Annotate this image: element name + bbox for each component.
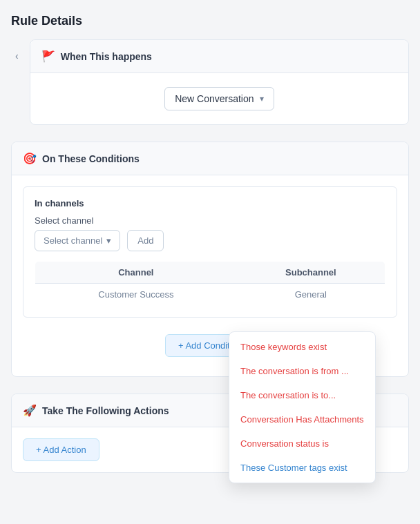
- dropdown-menu-item[interactable]: Those keywords exist: [229, 335, 374, 359]
- conditions-body: In channels Select channel Select channe…: [12, 175, 408, 376]
- channel-dropdown-label: Select channel: [44, 235, 102, 246]
- channel-dropdown[interactable]: Select channel ▾: [35, 230, 120, 251]
- collapse-icon: ‹: [15, 50, 19, 61]
- subchannel-col-header: Subchannel: [237, 262, 385, 284]
- conditions-title: On These Conditions: [42, 153, 140, 164]
- conditions-header: 🎯 On These Conditions: [12, 142, 408, 175]
- conditions-icon: 🎯: [23, 152, 37, 165]
- flag-icon: 🚩: [41, 50, 55, 63]
- page-title: Rule Details: [11, 14, 409, 28]
- when-title: When This happens: [61, 51, 152, 62]
- trigger-label: New Conversation: [175, 93, 254, 104]
- add-condition-area: + Add Condition Those keywords existThe …: [23, 326, 397, 365]
- when-header: 🚩 When This happens: [30, 40, 408, 73]
- in-channels-title: In channels: [35, 198, 385, 208]
- channel-select-row: Select channel ▾ Add: [35, 230, 385, 251]
- when-body: New Conversation ▾: [30, 73, 408, 124]
- conditions-card: 🎯 On These Conditions In channels Select…: [11, 142, 409, 377]
- conditions-section: 🎯 On These Conditions In channels Select…: [11, 142, 409, 385]
- rocket-icon: 🚀: [23, 404, 37, 417]
- actions-title: Take The Following Actions: [42, 405, 169, 416]
- dropdown-menu-item[interactable]: The conversation is to...: [229, 383, 374, 407]
- channel-col-header: Channel: [35, 262, 237, 284]
- collapse-when-button[interactable]: ‹: [11, 49, 23, 63]
- table-row: Customer SuccessGeneral: [35, 284, 385, 306]
- channel-add-button[interactable]: Add: [127, 230, 164, 251]
- add-action-button[interactable]: + Add Action: [23, 438, 99, 461]
- dropdown-menu-item[interactable]: Conversation status is: [229, 431, 374, 456]
- in-channels-card: In channels Select channel Select channe…: [23, 186, 397, 318]
- dropdown-menu-item[interactable]: The conversation is from ...: [229, 359, 374, 383]
- dropdown-menu-item[interactable]: Conversation Has Attachments: [229, 407, 374, 431]
- condition-dropdown-menu: Those keywords existThe conversation is …: [229, 331, 375, 483]
- trigger-dropdown[interactable]: New Conversation ▾: [164, 87, 274, 110]
- channel-table: Channel Subchannel Customer SuccessGener…: [35, 261, 385, 306]
- dropdown-menu-item[interactable]: These Customer tags exist: [229, 456, 374, 480]
- when-card: 🚩 When This happens New Conversation ▾: [30, 39, 409, 125]
- trigger-chevron-icon: ▾: [260, 94, 264, 104]
- channel-dropdown-chevron-icon: ▾: [106, 235, 111, 246]
- when-section: ‹ 🚩 When This happens New Conversation ▾: [11, 39, 409, 133]
- select-channel-label: Select channel: [35, 215, 385, 226]
